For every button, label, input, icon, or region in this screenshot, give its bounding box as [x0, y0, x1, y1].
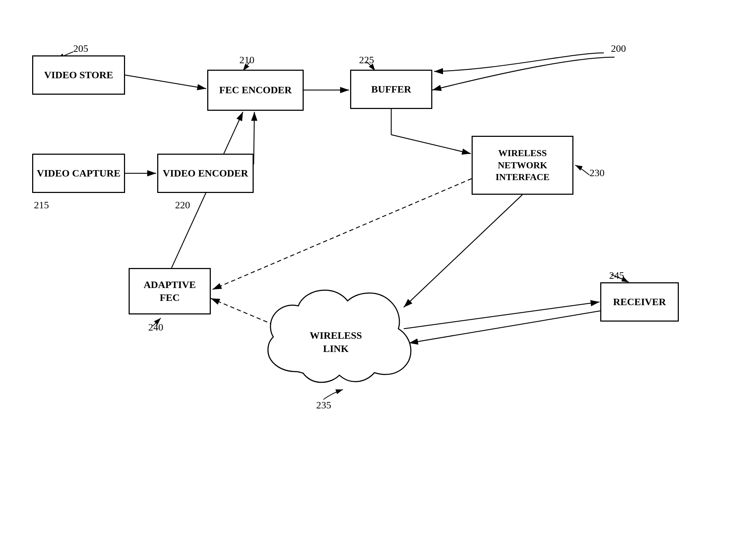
- adaptive-fec-box: ADAPTIVEFEC: [129, 268, 211, 314]
- label-235: 235: [316, 399, 331, 411]
- receiver-box: RECEIVER: [600, 282, 679, 322]
- video-encoder-box: VIDEO ENCODER: [157, 154, 254, 193]
- svg-line-10: [409, 311, 600, 343]
- wireless-network-interface-box: WIRELESSNETWORKINTERFACE: [472, 136, 573, 195]
- svg-line-3: [254, 112, 254, 164]
- label-240: 240: [148, 322, 163, 333]
- buffer-box: BUFFER: [350, 70, 432, 109]
- label-205: 205: [73, 43, 88, 54]
- wireless-network-interface-label: WIRELESSNETWORKINTERFACE: [496, 147, 549, 183]
- svg-line-12: [213, 179, 472, 289]
- label-220: 220: [175, 199, 190, 211]
- label-215: 215: [34, 199, 49, 211]
- label-200: 200: [611, 43, 626, 54]
- svg-line-8: [404, 195, 522, 307]
- svg-line-9: [404, 302, 600, 329]
- adaptive-fec-label: ADAPTIVEFEC: [144, 278, 196, 304]
- label-245: 245: [609, 270, 624, 281]
- wireless-link-cloud: WIRELESS LINK: [257, 279, 414, 393]
- label-230: 230: [590, 167, 605, 179]
- video-encoder-label: VIDEO ENCODER: [163, 167, 248, 180]
- receiver-label: RECEIVER: [613, 296, 666, 308]
- buffer-label: BUFFER: [371, 83, 411, 96]
- video-capture-label: VIDEO CAPTURE: [37, 167, 120, 180]
- svg-text:LINK: LINK: [323, 343, 349, 354]
- label-210: 210: [239, 54, 254, 66]
- svg-line-2: [125, 75, 206, 89]
- diagram-container: VIDEO STORE FEC ENCODER BUFFER VIDEO CAP…: [0, 0, 756, 556]
- fec-encoder-label: FEC ENCODER: [219, 84, 292, 96]
- svg-text:WIRELESS: WIRELESS: [310, 330, 362, 341]
- video-store-box: VIDEO STORE: [32, 55, 125, 95]
- label-225: 225: [359, 54, 374, 66]
- video-store-label: VIDEO STORE: [44, 69, 113, 81]
- video-capture-box: VIDEO CAPTURE: [32, 154, 125, 193]
- svg-line-7: [391, 135, 471, 154]
- fec-encoder-box: FEC ENCODER: [207, 70, 304, 111]
